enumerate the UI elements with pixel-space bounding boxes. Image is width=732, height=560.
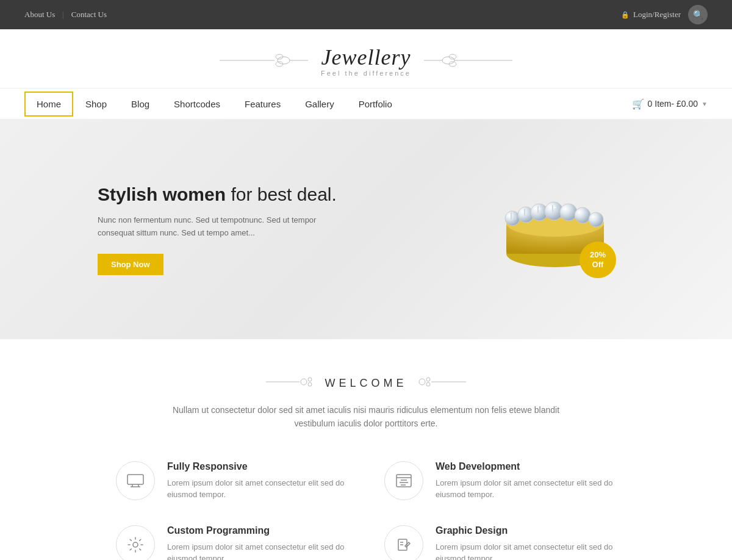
welcome-ornament-right [417, 376, 466, 391]
logo-subtitle: Feel the difference [321, 70, 411, 77]
welcome-ornament-left [266, 376, 315, 391]
hero-section: Stylish women for best deal. Nunc non fe… [0, 120, 732, 339]
feature-title-design: Graphic Design [436, 525, 616, 536]
discount-off: Off [592, 260, 604, 270]
hero-image-area: 20% Off [488, 162, 622, 296]
svg-rect-28 [537, 206, 539, 214]
login-register-link[interactable]: Login/Register [633, 10, 681, 20]
welcome-title: WELCOME [325, 377, 407, 390]
feature-responsive: Fully Responsive Lorem ipsum dolor sit a… [116, 461, 348, 501]
nav-gallery[interactable]: Gallery [293, 90, 346, 118]
feature-text-programming: Custom Programming Lorem ipsum dolor sit… [167, 525, 348, 560]
feature-design: Graphic Design Lorem ipsum dolor sit ame… [384, 525, 616, 560]
feature-icon-pencil [384, 525, 423, 560]
svg-point-33 [301, 379, 307, 385]
main-nav: Home Shop Blog Shortcodes Features Galle… [0, 88, 732, 120]
svg-rect-27 [528, 209, 529, 216]
nav-shop[interactable]: Shop [73, 90, 119, 118]
svg-point-49 [133, 542, 138, 547]
feature-desc-responsive: Lorem ipsum dolor sit amet consectetur e… [167, 477, 348, 501]
features-grid: Fully Responsive Lorem ipsum dolor sit a… [92, 461, 640, 560]
hero-title-rest: for best deal. [226, 184, 337, 204]
svg-point-36 [419, 379, 425, 385]
hero-title: Stylish women for best deal. [98, 184, 342, 206]
svg-point-17 [560, 204, 577, 221]
shop-now-button[interactable]: Shop Now [98, 254, 163, 275]
welcome-description: Nullam ut consectetur dolor sed sit amet… [171, 403, 561, 431]
logo-area: Jewellery Feel the difference [0, 29, 732, 88]
top-bar-left: About Us | Contact Us [24, 10, 107, 20]
svg-rect-40 [127, 475, 143, 484]
svg-point-1 [278, 57, 290, 64]
login-area: 🔒 Login/Register [621, 10, 681, 20]
logo-title: Jewellery [321, 46, 411, 68]
feature-title-webdev: Web Development [436, 461, 616, 472]
hero-title-bold: Stylish women [98, 184, 226, 204]
feature-text-responsive: Fully Responsive Lorem ipsum dolor sit a… [167, 461, 348, 501]
search-icon: 🔍 [693, 10, 703, 20]
nav-links: Home Shop Blog Shortcodes Features Galle… [24, 90, 404, 118]
feature-desc-programming: Lorem ipsum dolor sit amet consectetur e… [167, 541, 348, 560]
discount-percent: 20% [590, 250, 606, 260]
svg-rect-24 [511, 212, 512, 220]
hero-content: Stylish women for best deal. Nunc non fe… [98, 184, 342, 276]
feature-icon-monitor [116, 461, 155, 500]
logo-container: Jewellery Feel the difference [214, 46, 518, 77]
cart-icon: 🛒 [632, 98, 644, 110]
svg-point-19 [589, 212, 603, 227]
svg-point-37 [426, 378, 430, 381]
svg-point-38 [426, 382, 430, 386]
feature-title-programming: Custom Programming [167, 525, 348, 536]
search-button[interactable]: 🔍 [688, 5, 708, 24]
separator: | [62, 10, 64, 20]
lock-icon: 🔒 [621, 11, 630, 19]
welcome-section: WELCOME Nullam ut consectetur dolor sed … [0, 339, 732, 560]
nav-features[interactable]: Features [232, 90, 293, 118]
contact-us-link[interactable]: Contact Us [71, 10, 107, 20]
top-bar: About Us | Contact Us 🔒 Login/Register 🔍 [0, 0, 732, 29]
svg-rect-25 [515, 212, 516, 220]
nav-portfolio[interactable]: Portfolio [346, 90, 404, 118]
hero-description: Nunc non fermentum nunc. Sed ut tempotnu… [98, 214, 342, 240]
ring-image: 20% Off [494, 174, 616, 284]
feature-icon-web [384, 461, 423, 500]
svg-rect-30 [552, 205, 553, 212]
feature-webdev: Web Development Lorem ipsum dolor sit am… [384, 461, 616, 501]
feature-programming: Custom Programming Lorem ipsum dolor sit… [116, 525, 348, 560]
feature-title-responsive: Fully Responsive [167, 461, 348, 472]
discount-badge: 20% Off [580, 242, 616, 278]
cart-dropdown-arrow: ▼ [702, 101, 708, 107]
logo-ornament-right [421, 48, 518, 75]
svg-rect-31 [556, 205, 558, 212]
top-bar-right: 🔒 Login/Register 🔍 [621, 5, 708, 24]
svg-point-35 [308, 382, 312, 386]
feature-text-webdev: Web Development Lorem ipsum dolor sit am… [436, 461, 616, 501]
feature-text-design: Graphic Design Lorem ipsum dolor sit ame… [436, 525, 616, 560]
nav-home[interactable]: Home [24, 92, 73, 117]
logo-text: Jewellery Feel the difference [311, 46, 421, 77]
svg-point-18 [575, 207, 590, 223]
feature-desc-design: Lorem ipsum dolor sit amet consectetur e… [436, 541, 616, 560]
svg-point-6 [442, 57, 454, 64]
feature-icon-gear [116, 525, 155, 560]
svg-point-13 [505, 211, 520, 226]
nav-blog[interactable]: Blog [119, 90, 162, 118]
nav-shortcodes[interactable]: Shortcodes [162, 90, 232, 118]
feature-desc-webdev: Lorem ipsum dolor sit amet consectetur e… [436, 477, 616, 501]
welcome-header: WELCOME [24, 376, 708, 391]
cart-label: 0 Item- £0.00 [648, 99, 698, 109]
about-us-link[interactable]: About Us [24, 10, 55, 20]
svg-rect-26 [524, 209, 525, 216]
svg-point-34 [308, 378, 312, 381]
svg-rect-29 [542, 206, 543, 214]
cart-area[interactable]: 🛒 0 Item- £0.00 ▼ [632, 98, 708, 110]
logo-ornament-left [214, 48, 311, 75]
